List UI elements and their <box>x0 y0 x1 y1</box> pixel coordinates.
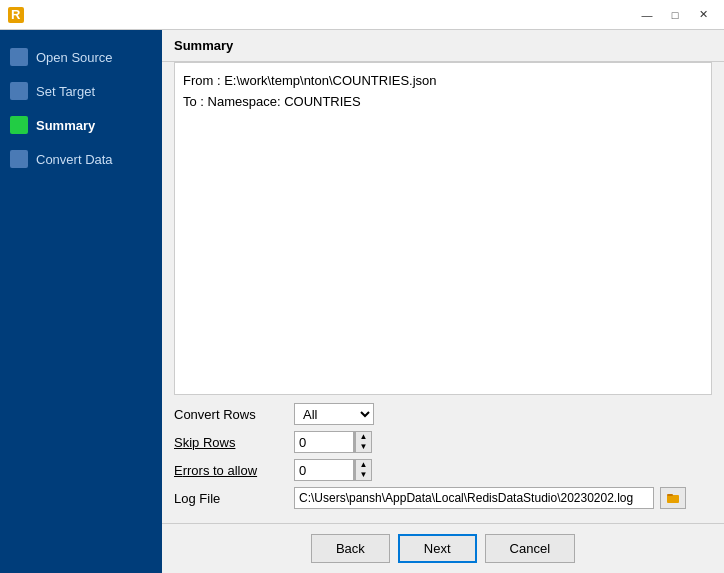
log-file-browse-button[interactable] <box>660 487 686 509</box>
title-bar-left: R <box>8 7 24 23</box>
cancel-button[interactable]: Cancel <box>485 534 575 563</box>
set-target-icon <box>10 82 28 100</box>
summary-icon <box>10 116 28 134</box>
svg-rect-2 <box>14 52 24 62</box>
skip-rows-up[interactable]: ▲ <box>355 432 371 442</box>
sidebar-label-set-target: Set Target <box>36 84 95 99</box>
content-area: Summary From : E:\work\temp\nton\COUNTRI… <box>162 30 724 573</box>
svg-rect-3 <box>14 86 24 96</box>
open-source-icon <box>10 48 28 66</box>
skip-rest: kip Rows <box>183 435 236 450</box>
errors-to-allow-row: Errors to allow ▲ ▼ <box>174 459 712 481</box>
skip-rows-label: Skip Rows <box>174 435 294 450</box>
skip-underline: S <box>174 435 183 450</box>
app-icon: R <box>8 7 24 23</box>
skip-rows-input[interactable] <box>294 431 354 453</box>
sidebar-label-convert-data: Convert Data <box>36 152 113 167</box>
next-button[interactable]: Next <box>398 534 477 563</box>
maximize-button[interactable]: □ <box>662 4 688 26</box>
sidebar-item-summary[interactable]: Summary <box>0 108 162 142</box>
svg-rect-6 <box>667 495 679 503</box>
window-controls: — □ ✕ <box>634 4 716 26</box>
title-bar: R — □ ✕ <box>0 0 724 30</box>
summary-to: To : Namespace: COUNTRIES <box>183 92 703 113</box>
convert-rows-input-group: All Custom <box>294 403 374 425</box>
errors-to-allow-input[interactable] <box>294 459 354 481</box>
errors-up[interactable]: ▲ <box>355 460 371 470</box>
errors-to-allow-label: Errors to allow <box>174 463 294 478</box>
sidebar-item-convert-data[interactable]: Convert Data <box>0 142 162 176</box>
svg-rect-4 <box>14 120 24 130</box>
errors-spinner: ▲ ▼ <box>354 459 372 481</box>
button-bar: Back Next Cancel <box>162 523 724 573</box>
content-wrapper: Summary From : E:\work\temp\nton\COUNTRI… <box>162 30 724 573</box>
sidebar-item-open-source[interactable]: Open Source <box>0 40 162 74</box>
minimize-button[interactable]: — <box>634 4 660 26</box>
sidebar-label-summary: Summary <box>36 118 95 133</box>
convert-rows-select[interactable]: All Custom <box>294 403 374 425</box>
section-title: Summary <box>162 30 724 62</box>
folder-icon <box>666 491 680 505</box>
sidebar-label-open-source: Open Source <box>36 50 113 65</box>
svg-rect-5 <box>14 154 24 164</box>
skip-rows-input-group: ▲ ▼ <box>294 431 372 453</box>
svg-text:R: R <box>11 8 21 22</box>
skip-rows-spinner: ▲ ▼ <box>354 431 372 453</box>
convert-rows-label: Convert Rows <box>174 407 294 422</box>
convert-rows-row: Convert Rows All Custom <box>174 403 712 425</box>
summary-box: From : E:\work\temp\nton\COUNTRIES.json … <box>174 62 712 395</box>
summary-from: From : E:\work\temp\nton\COUNTRIES.json <box>183 71 703 92</box>
errors-underline: E <box>174 463 183 478</box>
close-button[interactable]: ✕ <box>690 4 716 26</box>
svg-rect-7 <box>667 494 673 496</box>
sidebar-item-set-target[interactable]: Set Target <box>0 74 162 108</box>
skip-rows-down[interactable]: ▼ <box>355 442 371 452</box>
convert-data-icon <box>10 150 28 168</box>
log-file-input-group <box>294 487 686 509</box>
log-file-input[interactable] <box>294 487 654 509</box>
main-content: Open Source Set Target Summary Convert D… <box>0 30 724 573</box>
back-button[interactable]: Back <box>311 534 390 563</box>
sidebar: Open Source Set Target Summary Convert D… <box>0 30 162 573</box>
log-file-label: Log File <box>174 491 294 506</box>
skip-rows-row: Skip Rows ▲ ▼ <box>174 431 712 453</box>
form-area: Convert Rows All Custom Skip Rows <box>162 395 724 523</box>
log-file-row: Log File <box>174 487 712 509</box>
errors-input-group: ▲ ▼ <box>294 459 372 481</box>
errors-rest: rrors to allow <box>183 463 257 478</box>
errors-down[interactable]: ▼ <box>355 470 371 480</box>
